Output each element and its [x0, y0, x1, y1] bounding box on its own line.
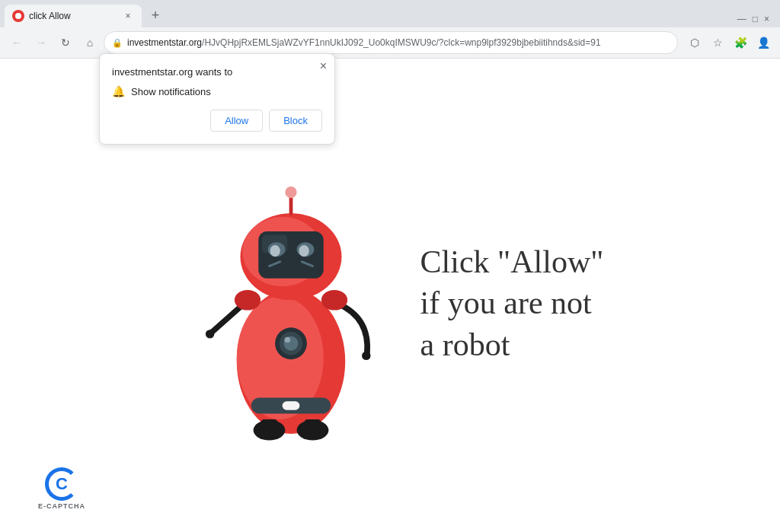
svg-point-28: [234, 289, 260, 310]
svg-point-14: [270, 245, 280, 256]
share-button[interactable]: ⬡: [684, 32, 705, 53]
robot-illustration: [177, 159, 405, 448]
block-button[interactable]: Block: [269, 110, 322, 132]
svg-rect-6: [282, 401, 299, 409]
svg-line-0: [211, 304, 244, 333]
bell-icon: 🔔: [112, 85, 125, 97]
profile-button[interactable]: 👤: [753, 32, 774, 53]
back-button[interactable]: ←: [6, 32, 27, 53]
svg-rect-27: [304, 419, 321, 434]
popup-buttons: Allow Block: [112, 110, 322, 132]
lock-icon: 🔒: [112, 38, 123, 48]
maximize-button[interactable]: □: [753, 14, 758, 24]
page-inner: Click "Allow"if you are nota robot: [177, 159, 604, 448]
popup-close-button[interactable]: ×: [320, 60, 327, 72]
tab-bar: click Allow × + — □ ×: [0, 0, 780, 27]
ecaptcha-logo: C E-CAPTCHA: [38, 467, 85, 510]
robot-svg: [177, 159, 405, 448]
close-window-button[interactable]: ×: [764, 14, 769, 24]
main-page-text: Click "Allow"if you are nota robot: [420, 241, 604, 366]
bookmark-button[interactable]: ☆: [707, 32, 728, 53]
share-icon: ⬡: [690, 37, 699, 49]
new-tab-button[interactable]: +: [145, 5, 166, 26]
tab-favicon: [12, 10, 24, 22]
minimize-button[interactable]: —: [737, 14, 746, 24]
reload-icon: ↻: [61, 37, 70, 49]
popup-permission-row: 🔔 Show notifications: [112, 85, 322, 97]
forward-icon: →: [36, 37, 46, 49]
extensions-button[interactable]: 🧩: [730, 32, 751, 53]
home-icon: ⌂: [87, 37, 93, 49]
reload-button[interactable]: ↻: [55, 32, 76, 53]
active-tab[interactable]: click Allow ×: [5, 5, 142, 27]
tab-close-button[interactable]: ×: [122, 10, 134, 22]
allow-button[interactable]: Allow: [210, 110, 263, 132]
ecaptcha-c-icon: C: [45, 467, 78, 501]
window-controls: — □ ×: [737, 14, 775, 27]
toolbar-icons: ⬡ ☆ 🧩 👤: [684, 32, 774, 53]
profile-icon: 👤: [757, 37, 770, 49]
svg-point-15: [299, 245, 308, 256]
ecaptcha-label: E-CAPTCHA: [38, 502, 85, 510]
svg-rect-25: [261, 419, 278, 434]
permission-text: Show notifications: [131, 86, 211, 97]
back-icon: ←: [11, 37, 22, 49]
popup-title: investmentstar.org wants to: [112, 66, 322, 78]
svg-point-2: [362, 351, 370, 359]
home-button[interactable]: ⌂: [79, 32, 101, 53]
svg-point-1: [205, 330, 213, 338]
notification-popup: × investmentstar.org wants to 🔔 Show not…: [99, 53, 335, 145]
extensions-icon: 🧩: [734, 37, 747, 49]
address-path: /HJvQHpjRxEMLSjaWZvYF1nnUkIJ092_Uo0kqIMS…: [202, 37, 601, 48]
browser-chrome: click Allow × + — □ × ← → ↻ ⌂ 🔒 investme…: [0, 0, 780, 59]
svg-point-19: [285, 186, 296, 198]
address-text: investmentstar.org/HJvQHpjRxEMLSjaWZvYF1…: [127, 37, 670, 48]
address-domain: investmentstar.org: [127, 37, 202, 48]
svg-point-23: [284, 336, 290, 342]
address-bar[interactable]: 🔒 investmentstar.org/HJvQHpjRxEMLSjaWZvY…: [104, 31, 678, 54]
tab-title: click Allow: [29, 11, 117, 21]
forward-button[interactable]: →: [30, 32, 52, 53]
svg-point-29: [321, 289, 347, 310]
star-icon: ☆: [713, 37, 723, 49]
